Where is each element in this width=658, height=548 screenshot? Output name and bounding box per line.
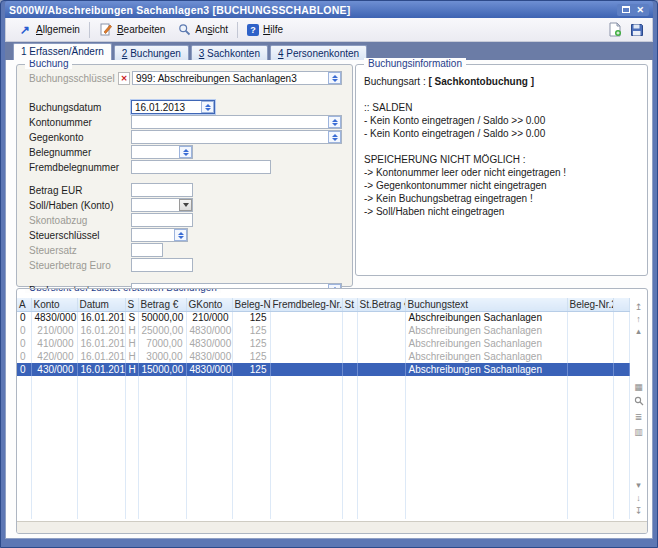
column-header[interactable]: S xyxy=(125,298,138,311)
kontonummer-select[interactable] xyxy=(131,115,342,129)
close-icon[interactable]: ✕ xyxy=(636,5,644,15)
info-line: - Kein Konto eingetragen / Saldo >> 0.00 xyxy=(364,127,639,140)
empty-row xyxy=(17,467,630,480)
tab-page-erfassen: Buchung Buchungsschlüssel ✕ 999: Abschre… xyxy=(5,60,653,539)
buchungsdatum-input[interactable]: 16.01.2013 xyxy=(131,100,215,114)
info-line: -> Kontonummer leer oder nicht eingetrag… xyxy=(364,166,639,179)
field-label: Belegnummer xyxy=(29,147,131,158)
table-side-toolbar: ↥ ↑ ▴ ▦ ≣ ▥ ▾ ↓ ↧ xyxy=(630,298,647,521)
chevron-down-icon[interactable] xyxy=(179,199,192,211)
steuerschluessel-select[interactable] xyxy=(131,228,188,242)
spinner-icon[interactable] xyxy=(201,101,214,113)
field-label: Soll/Haben (Konto) xyxy=(29,200,131,211)
info-lines: :: SALDEN- Kein Konto eingetragen / Sald… xyxy=(364,101,639,218)
tab-bar: 1 Erfassen/Ändern 2 Buchungen 3 Sachkont… xyxy=(5,42,653,60)
column-header[interactable]: St xyxy=(342,298,357,311)
empty-row xyxy=(17,415,630,428)
menu-item-allgemein[interactable]: ↗ Allgemein xyxy=(12,21,86,39)
card-view-icon[interactable]: ▥ xyxy=(634,426,643,438)
steuerbetrag-input xyxy=(131,258,193,272)
list-icon[interactable]: ≣ xyxy=(635,411,643,423)
gegenkonto-select[interactable] xyxy=(131,130,342,144)
scroll-to-top-icon[interactable]: ↥ xyxy=(635,301,643,313)
fremdbelegnummer-input[interactable] xyxy=(131,160,271,174)
field-label: Gegenkonto xyxy=(29,132,131,143)
move-down-icon[interactable]: ↓ xyxy=(636,492,641,504)
tab-sachkonten[interactable]: 3 Sachkonten xyxy=(191,45,268,60)
step-down-icon[interactable]: ▾ xyxy=(636,479,641,491)
empty-row xyxy=(17,441,630,454)
column-header[interactable]: Beleg-Nr.2 xyxy=(567,298,613,311)
spinner-icon[interactable] xyxy=(174,229,187,241)
column-header[interactable]: GKonto xyxy=(186,298,232,311)
info-line: - Kein Konto eingetragen / Saldo >> 0.00 xyxy=(364,114,639,127)
arrow-up-right-icon: ↗ xyxy=(18,23,32,37)
edit-icon xyxy=(99,23,113,37)
menu-label: Bearbeiten xyxy=(117,24,165,35)
buchungsart-value: [ Sachkontobuchung ] xyxy=(428,76,534,87)
new-document-icon[interactable] xyxy=(608,22,622,37)
app-window: S000W/Abschreibungen Sachanlagen3 [BUCHU… xyxy=(0,0,658,548)
table-body: 04830/00016.01.2013S50000,00210/000125Ab… xyxy=(17,311,630,519)
window-title: S000W/Abschreibungen Sachanlagen3 [BUCHU… xyxy=(9,4,617,16)
group-buchungsinformation: Buchungsinformation Buchungsart : [ Sach… xyxy=(355,64,648,276)
table-row[interactable]: 0430/00016.01.2013H15000,004830/000125Ab… xyxy=(17,363,630,376)
step-up-icon[interactable]: ▴ xyxy=(636,325,641,337)
column-header[interactable]: Betrag € xyxy=(138,298,186,311)
soll-haben-select[interactable] xyxy=(131,198,193,212)
table-row[interactable]: 0410/00016.01.2013H7000,004830/000125Abs… xyxy=(17,337,630,350)
clear-icon[interactable]: ✕ xyxy=(118,72,130,85)
restore-icon[interactable] xyxy=(622,5,630,15)
info-line: :: SALDEN xyxy=(364,101,639,114)
column-header[interactable]: St.Betrag € xyxy=(357,298,405,311)
table-row[interactable]: 04830/00016.01.2013S50000,00210/000125Ab… xyxy=(17,311,630,324)
table-footer-strip xyxy=(17,521,647,533)
tab-erfassen-aendern[interactable]: 1 Erfassen/Ändern xyxy=(13,43,112,60)
field-label: Buchungsdatum xyxy=(29,102,131,113)
empty-row xyxy=(17,389,630,402)
menu-item-hilfe[interactable]: ? Hilfe xyxy=(241,22,289,38)
tab-personenkonten[interactable]: 4 Personenkonten xyxy=(270,45,367,60)
column-header[interactable]: Fremdbeleg-Nr. xyxy=(270,298,342,311)
move-up-icon[interactable]: ↑ xyxy=(636,313,641,325)
spinner-icon[interactable] xyxy=(328,131,341,143)
spinner-icon[interactable] xyxy=(328,116,341,128)
empty-row xyxy=(17,506,630,519)
field-label: Steuerbetrag Euro xyxy=(29,260,131,271)
empty-row xyxy=(17,480,630,493)
column-header[interactable]: Buchungstext xyxy=(405,298,567,311)
grid-icon[interactable]: ▦ xyxy=(634,381,643,393)
field-label: Skontoabzug xyxy=(29,215,131,226)
info-line: -> Soll/Haben nicht eingetragen xyxy=(364,205,639,218)
skontoabzug-input xyxy=(131,213,193,227)
belegnummer-input[interactable] xyxy=(131,145,193,159)
info-line xyxy=(364,140,639,153)
spinner-icon[interactable] xyxy=(179,146,192,158)
group-title: Buchungsinformation xyxy=(364,58,466,69)
tab-buchungen[interactable]: 2 Buchungen xyxy=(114,45,189,60)
column-header[interactable]: A xyxy=(17,298,31,311)
empty-row xyxy=(17,402,630,415)
toolbar-separator xyxy=(237,22,238,38)
table-row[interactable]: 0420/00016.01.2013H3000,004830/000125Abs… xyxy=(17,350,630,363)
group-title: Übersicht der zuletzt erstellten Buchung… xyxy=(25,288,221,293)
menu-bar: ↗ Allgemein Bearbeiten Ansicht ? Hilfe xyxy=(5,18,653,42)
empty-row xyxy=(17,454,630,467)
table-header-row: AKontoDatumSBetrag €GKontoBeleg-Nr.Fremd… xyxy=(17,298,630,311)
table-row[interactable]: 0210/00016.01.2013H25000,004830/000125Ab… xyxy=(17,324,630,337)
menu-item-ansicht[interactable]: Ansicht xyxy=(171,21,234,39)
column-header[interactable]: Konto xyxy=(31,298,77,311)
empty-row xyxy=(17,428,630,441)
search-icon[interactable] xyxy=(634,396,644,408)
column-header[interactable]: Datum xyxy=(77,298,125,311)
betrag-input[interactable] xyxy=(131,183,193,197)
save-icon[interactable] xyxy=(630,23,644,37)
steuersatz-input xyxy=(131,243,163,257)
menu-item-bearbeiten[interactable]: Bearbeiten xyxy=(93,21,171,39)
field-label: Buchungsschlüssel xyxy=(29,73,118,84)
spinner-icon[interactable] xyxy=(328,72,341,84)
column-header[interactable]: Beleg-Nr. xyxy=(232,298,270,311)
scroll-to-bottom-icon[interactable]: ↧ xyxy=(635,505,643,517)
buchungsschluessel-select[interactable]: 999: Abschreibungen Sachanlagen3 xyxy=(132,71,342,85)
field-label: Steuerschlüssel xyxy=(29,230,131,241)
